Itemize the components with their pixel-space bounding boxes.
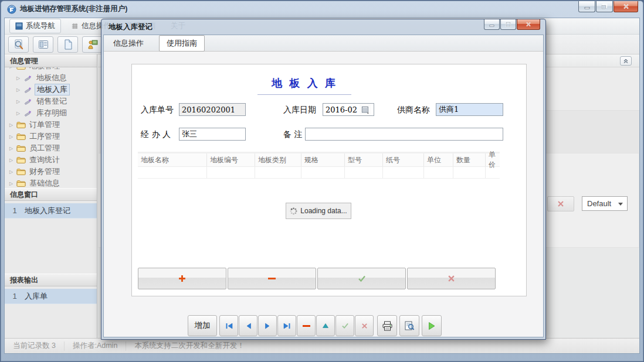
- main-titlebar[interactable]: 地板进销存管理系统(非注册用户): [1, 1, 643, 17]
- prev-record-button[interactable]: [239, 315, 257, 336]
- cross-icon: [448, 275, 455, 282]
- combo-value: Default: [587, 199, 611, 208]
- edit-record-button[interactable]: [316, 315, 335, 336]
- dialog-minimize-icon[interactable]: [484, 19, 500, 30]
- report-button[interactable]: [33, 36, 53, 53]
- cross-icon: [557, 200, 564, 207]
- tree-item-query-statistics[interactable]: ▷ 查询统计: [5, 154, 97, 166]
- last-record-button[interactable]: [277, 315, 296, 336]
- calendar-icon[interactable]: [360, 104, 371, 115]
- close-icon[interactable]: [614, 1, 638, 12]
- tree-item-basic-info[interactable]: ▷ 基础信息: [5, 177, 97, 188]
- column-header[interactable]: 数量: [453, 153, 486, 166]
- handler-label: 经 办 人: [141, 128, 178, 141]
- dialog-maximize-icon[interactable]: [500, 19, 516, 30]
- post-record-button[interactable]: [335, 315, 354, 336]
- order-no-field[interactable]: [179, 103, 246, 116]
- tree-item-floor-info[interactable]: ▷ 地板信息: [5, 72, 97, 84]
- execute-button[interactable]: [422, 315, 442, 336]
- collapse-chevron-icon[interactable]: [620, 56, 632, 66]
- expand-arrow-icon[interactable]: ▷: [16, 87, 22, 93]
- order-no-label: 入库单号: [141, 103, 178, 116]
- loading-spinner-icon: [290, 207, 297, 215]
- tree-item-employee-management[interactable]: ▷ 员工管理: [5, 142, 97, 154]
- dialog-tab-usage-guide[interactable]: 使用指南: [159, 35, 205, 52]
- restore-icon[interactable]: [596, 1, 613, 12]
- info-window-item[interactable]: 1 地板入库登记: [5, 203, 97, 218]
- next-record-button[interactable]: [258, 315, 277, 336]
- sidebar-header-info-management[interactable]: 信息管理: [5, 54, 97, 67]
- column-header[interactable]: 地板编号: [207, 153, 255, 166]
- report-output-item[interactable]: 1 入库单: [5, 289, 97, 304]
- tab-system-nav[interactable]: 系统导航: [9, 19, 61, 33]
- supplier-field[interactable]: [436, 103, 503, 116]
- tree-item-label: 地板信息: [35, 73, 69, 83]
- row-add-button[interactable]: [138, 268, 226, 289]
- expand-arrow-icon[interactable]: ▷: [16, 99, 22, 104]
- navigation-tree: ▷ 地板管理 ▷ 地板信息 ▷ 地板入库 ▷: [5, 67, 97, 188]
- add-button[interactable]: 增加: [188, 315, 217, 336]
- column-header[interactable]: 地板名称: [138, 153, 207, 166]
- handler-field[interactable]: [179, 128, 246, 141]
- row-confirm-button[interactable]: [317, 268, 406, 289]
- tree-item-floor-management[interactable]: ▷ 地板管理: [5, 67, 97, 72]
- dialog-tab-info-operation[interactable]: 信息操作: [106, 36, 151, 51]
- user-button[interactable]: [82, 36, 103, 53]
- preview-icon: [404, 321, 415, 330]
- minimize-icon[interactable]: [578, 1, 595, 12]
- expand-arrow-icon[interactable]: ▷: [9, 134, 15, 139]
- column-header[interactable]: 纸号: [383, 153, 424, 166]
- dialog-tab-bar: 信息操作 使用指南: [104, 35, 543, 52]
- status-operator: 操作者:Admin: [65, 341, 126, 351]
- grid-empty-row[interactable]: [138, 167, 500, 179]
- tree-item-label: 财务管理: [28, 166, 62, 177]
- row-cancel-button[interactable]: [407, 268, 496, 289]
- tool-icon: [23, 109, 33, 117]
- tree-item-finance-management[interactable]: ▷ 财务管理: [5, 166, 97, 177]
- tree-item-order-management[interactable]: ▷ 订单管理: [5, 119, 97, 131]
- expand-arrow-icon[interactable]: ▷: [9, 169, 15, 175]
- remark-field[interactable]: [305, 128, 503, 141]
- background-cancel-button[interactable]: [547, 196, 574, 211]
- print-preview-button[interactable]: [399, 315, 419, 336]
- date-input[interactable]: [323, 104, 360, 115]
- expand-arrow-icon[interactable]: ▷: [16, 76, 22, 81]
- item-label: 入库单: [25, 291, 48, 302]
- print-button[interactable]: [377, 315, 397, 336]
- folder-icon: [16, 168, 26, 176]
- expand-arrow-icon[interactable]: ▷: [16, 111, 22, 116]
- sidebar-header-report-output[interactable]: 报表输出: [5, 274, 97, 286]
- column-header[interactable]: 单价: [486, 153, 500, 166]
- column-header[interactable]: 规格: [301, 153, 345, 166]
- column-header[interactable]: 地板类别: [255, 153, 301, 166]
- tree-item-stock-detail[interactable]: ▷ 库存明细: [5, 107, 97, 119]
- cancel-record-button[interactable]: [355, 315, 374, 336]
- item-index: 1: [5, 206, 25, 215]
- tree-item-label: 地板管理: [28, 67, 62, 71]
- column-header[interactable]: 型号: [345, 153, 383, 166]
- preview-search-button[interactable]: [8, 36, 29, 53]
- expand-arrow-icon[interactable]: ▷: [9, 122, 15, 128]
- sidebar: 信息管理 ▷ 地板管理 ▷ 地板信息 ▷ 地板: [5, 54, 97, 338]
- dialog-titlebar[interactable]: 地板入库登记: [101, 19, 545, 35]
- tree-item-sales-register[interactable]: ▷ 销售登记: [5, 95, 97, 107]
- skin-combobox[interactable]: Default: [582, 196, 628, 211]
- expand-arrow-icon[interactable]: ▷: [9, 158, 15, 163]
- tree-item-process-management[interactable]: ▷ 工序管理: [5, 131, 97, 142]
- date-field[interactable]: [323, 103, 374, 116]
- dialog-close-icon[interactable]: [517, 19, 540, 30]
- sidebar-header-info-window[interactable]: 信息窗口: [5, 188, 97, 201]
- expand-arrow-icon[interactable]: ▷: [9, 146, 15, 151]
- main-window-controls: [578, 1, 638, 12]
- user-icon: [87, 39, 99, 50]
- row-delete-button[interactable]: [228, 268, 316, 289]
- document-button[interactable]: [57, 36, 78, 53]
- first-record-button[interactable]: [219, 315, 238, 336]
- item-label: 地板入库登记: [25, 206, 70, 216]
- delete-record-button[interactable]: [297, 315, 316, 336]
- status-bar: 当前记录数 3 操作者:Admin 本系统支持二次开发和全新开发！: [5, 338, 639, 353]
- tree-item-floor-inbound[interactable]: ▷ 地板入库: [5, 84, 97, 95]
- expand-arrow-icon[interactable]: ▷: [9, 181, 15, 186]
- expand-arrow-icon[interactable]: ▷: [9, 67, 15, 69]
- column-header[interactable]: 单位: [424, 153, 453, 166]
